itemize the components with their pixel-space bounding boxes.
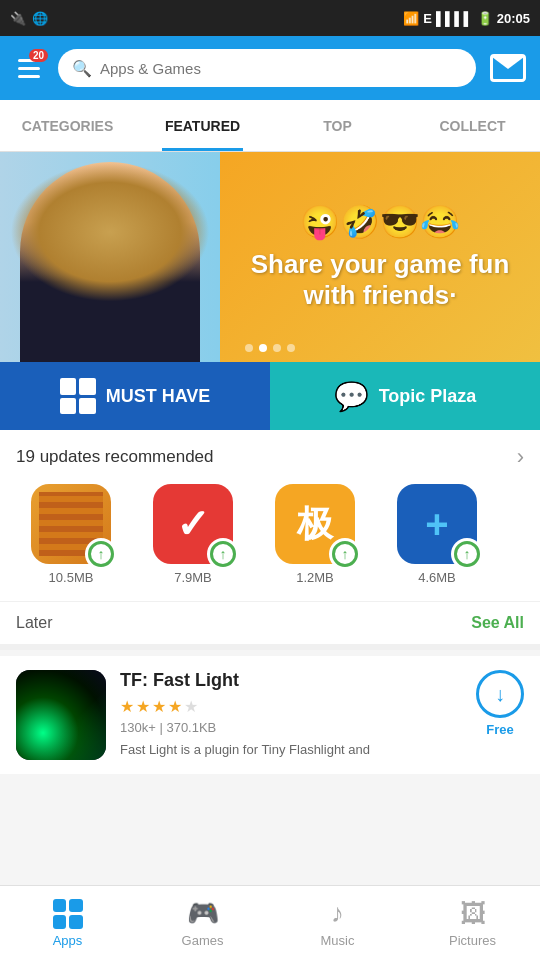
app-update-2[interactable]: ↑ 7.9MB [138, 484, 248, 585]
nav-item-music[interactable]: ♪ Music [270, 886, 405, 960]
free-label: Free [486, 722, 513, 737]
download-arrow-icon: ↓ [495, 683, 505, 706]
app-updates-list: ↑ 10.5MB ↑ 7.9MB [16, 484, 524, 595]
divider [0, 644, 540, 650]
nav-apps-label: Apps [53, 933, 83, 948]
menu-button[interactable]: 20 [10, 49, 48, 87]
nav-pictures-label: Pictures [449, 933, 496, 948]
battery-icon: 🔋 [477, 11, 493, 26]
featured-app-description: Fast Light is a plugin for Tiny Flashlig… [120, 741, 462, 759]
must-have-label: MUST HAVE [106, 386, 211, 407]
time: 20:05 [497, 11, 530, 26]
app-update-4[interactable]: ↑ 4.6MB [382, 484, 492, 585]
download-count: 130k+ [120, 720, 156, 735]
app-size-1: 10.5MB [49, 570, 94, 585]
update-arrow-1: ↑ [98, 546, 105, 562]
topic-plaza-button[interactable]: 💬 Topic Plaza [270, 362, 540, 430]
app-size-2: 7.9MB [174, 570, 212, 585]
later-row: Later See All [0, 601, 540, 644]
search-input[interactable] [100, 60, 462, 77]
wifi-icon: 📶 [403, 11, 419, 26]
featured-app: TF: Fast Light ★ ★ ★ ★ ★ 130k+ | 370.1KB… [0, 656, 540, 774]
banner-person [0, 152, 220, 362]
inbox-button[interactable] [486, 49, 530, 87]
grid-icon [60, 378, 96, 414]
tabs: CATEGORIES FEATURED TOP COLLECT [0, 100, 540, 152]
earth-icon: 🌐 [32, 11, 48, 26]
chat-icon: 💬 [334, 380, 369, 413]
must-have-button[interactable]: MUST HAVE [0, 362, 270, 430]
action-buttons: MUST HAVE 💬 Topic Plaza [0, 362, 540, 430]
star-1: ★ [120, 697, 134, 716]
tab-top-label: TOP [323, 118, 352, 134]
search-icon: 🔍 [72, 59, 92, 78]
games-icon: 🎮 [187, 898, 219, 929]
nav-item-pictures[interactable]: 🖼 Pictures [405, 886, 540, 960]
inbox-icon [490, 54, 526, 82]
header: 20 🔍 [0, 36, 540, 100]
app-size-3: 1.2MB [296, 570, 334, 585]
apps-icon [53, 899, 83, 929]
featured-app-title: TF: Fast Light [120, 670, 462, 691]
pictures-icon: 🖼 [460, 898, 486, 929]
dot-1 [245, 344, 253, 352]
update-arrow-2: ↑ [220, 546, 227, 562]
app-size-4: 4.6MB [418, 570, 456, 585]
nav-item-apps[interactable]: Apps [0, 886, 135, 960]
see-all-button[interactable]: See All [471, 614, 524, 632]
nav-games-label: Games [182, 933, 224, 948]
tab-featured[interactable]: FEATURED [135, 100, 270, 151]
network-type: E [423, 11, 432, 26]
status-bar: 🔌 🌐 📶 E ▌▌▌▌ 🔋 20:05 [0, 0, 540, 36]
dot-3 [273, 344, 281, 352]
bottom-nav: Apps 🎮 Games ♪ Music 🖼 Pictures [0, 885, 540, 960]
star-3: ★ [152, 697, 166, 716]
star-empty: ★ [184, 697, 198, 716]
featured-app-stats: 130k+ | 370.1KB [120, 720, 462, 735]
nav-music-label: Music [321, 933, 355, 948]
banner[interactable]: 😜🤣😎😂 Share your game fun with friends· [0, 152, 540, 362]
update-arrow-3: ↑ [342, 546, 349, 562]
search-bar[interactable]: 🔍 [58, 49, 476, 87]
app-update-3[interactable]: ↑ 1.2MB [260, 484, 370, 585]
usb-icon: 🔌 [10, 11, 26, 26]
file-size: 370.1KB [166, 720, 216, 735]
signal-bars: ▌▌▌▌ [436, 11, 473, 26]
updates-section: 19 updates recommended › ↑ 10.5MB ↑ [0, 430, 540, 601]
tab-top[interactable]: TOP [270, 100, 405, 151]
banner-emojis: 😜🤣😎😂 [300, 203, 460, 241]
updates-arrow[interactable]: › [517, 444, 524, 470]
notification-badge: 20 [29, 49, 48, 62]
featured-app-info: TF: Fast Light ★ ★ ★ ★ ★ 130k+ | 370.1KB… [120, 670, 462, 759]
updates-title: 19 updates recommended [16, 447, 214, 467]
music-icon: ♪ [331, 898, 344, 929]
banner-text: Share your game fun with friends· [230, 249, 530, 311]
tab-featured-label: FEATURED [165, 118, 240, 134]
tab-collect-label: COLLECT [439, 118, 505, 134]
later-label[interactable]: Later [16, 614, 52, 632]
download-button[interactable]: ↓ Free [476, 670, 524, 737]
tab-categories-label: CATEGORIES [22, 118, 114, 134]
featured-app-icon [16, 670, 106, 760]
tab-categories[interactable]: CATEGORIES [0, 100, 135, 151]
star-half: ★ [168, 697, 182, 716]
star-rating: ★ ★ ★ ★ ★ [120, 697, 462, 716]
app-update-1[interactable]: ↑ 10.5MB [16, 484, 126, 585]
topic-plaza-label: Topic Plaza [379, 386, 477, 407]
star-2: ★ [136, 697, 150, 716]
dot-4 [287, 344, 295, 352]
tab-collect[interactable]: COLLECT [405, 100, 540, 151]
nav-item-games[interactable]: 🎮 Games [135, 886, 270, 960]
dot-2 [259, 344, 267, 352]
update-arrow-4: ↑ [464, 546, 471, 562]
